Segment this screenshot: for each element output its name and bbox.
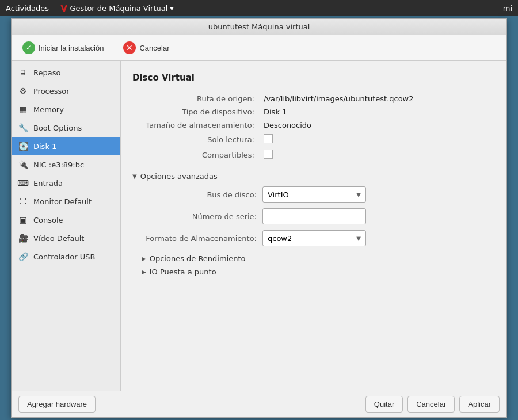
sidebar-item-memory[interactable]: Memory bbox=[12, 100, 120, 119]
sidebar-label-entrada: Entrada bbox=[33, 179, 63, 188]
rendimiento-arrow-icon: ▶ bbox=[142, 255, 146, 262]
sidebar-label-disk1: Disk 1 bbox=[33, 142, 56, 151]
ruta-row: Ruta de origen: /var/lib/libvirt/images/… bbox=[132, 92, 495, 105]
ruta-label: Ruta de origen: bbox=[132, 92, 259, 105]
formato-row: Formato de Almacenamiento: qcow2 ▼ bbox=[142, 230, 495, 246]
processor-icon bbox=[17, 85, 29, 97]
serie-label: Número de serie: bbox=[142, 212, 262, 221]
cancel-icon: ✕ bbox=[123, 41, 136, 54]
window-titlebar: ubuntutest Máquina virtual bbox=[12, 19, 506, 35]
tamano-label: Tamaño de almacenamiento: bbox=[132, 119, 259, 132]
disk-icon bbox=[17, 140, 29, 152]
advanced-arrow-icon: ▼ bbox=[132, 173, 137, 180]
tamano-row: Tamaño de almacenamiento: Desconocido bbox=[132, 119, 495, 132]
advanced-section: ▼ Opciones avanzadas Bus de disco: VirtI… bbox=[132, 170, 495, 278]
app-name-label: Gestor de Máquina Virtual bbox=[70, 4, 167, 13]
solo-row: Solo lectura: bbox=[132, 132, 495, 147]
start-icon: ✓ bbox=[22, 41, 35, 54]
console-icon bbox=[17, 214, 29, 226]
ruta-value: /var/lib/libvirt/images/ubuntutest.qcow2 bbox=[259, 92, 495, 105]
main-window: ubuntutest Máquina virtual ✓ Iniciar la … bbox=[11, 18, 507, 418]
sidebar-label-video: Vídeo Default bbox=[33, 234, 84, 243]
bus-select[interactable]: VirtIO ▼ bbox=[262, 186, 366, 203]
bus-value: VirtIO bbox=[268, 190, 289, 199]
cancel-toolbar-button[interactable]: ✕ Cancelar bbox=[118, 39, 174, 57]
advanced-options-toggle[interactable]: ▼ Opciones avanzadas bbox=[132, 170, 495, 183]
sidebar-item-monitor[interactable]: Monitor Default bbox=[12, 192, 120, 211]
repaso-icon bbox=[17, 67, 29, 78]
entrada-icon bbox=[17, 177, 29, 189]
app-logo-icon: V bbox=[60, 3, 67, 14]
sidebar-label-monitor: Monitor Default bbox=[33, 197, 92, 206]
cancel-button[interactable]: Cancelar bbox=[407, 396, 455, 413]
bus-label: Bus de disco: bbox=[142, 190, 262, 199]
sidebar-label-processor: Processor bbox=[33, 87, 70, 96]
tamano-value: Desconocido bbox=[259, 119, 495, 132]
usb-icon bbox=[17, 251, 29, 262]
app-menu-arrow-icon: ▾ bbox=[170, 4, 174, 13]
sidebar-item-boot-options[interactable]: Boot Options bbox=[12, 119, 120, 137]
memory-icon bbox=[17, 104, 29, 115]
sidebar-label-nic: NIC :e3:89:bc bbox=[33, 161, 84, 169]
serie-row: Número de serie: bbox=[142, 208, 495, 224]
io-label: IO Puesta a punto bbox=[150, 268, 216, 276]
solo-checkbox[interactable] bbox=[264, 134, 273, 143]
quit-button[interactable]: Quitar bbox=[365, 396, 403, 413]
boot-icon bbox=[17, 122, 29, 133]
sidebar-label-usb: Controlador USB bbox=[33, 253, 95, 261]
advanced-content: Bus de disco: VirtIO ▼ Número de serie: bbox=[132, 186, 495, 278]
sidebar: Repaso Processor Memory Boot Options Dis… bbox=[12, 61, 121, 391]
sidebar-item-usb[interactable]: Controlador USB bbox=[12, 247, 120, 266]
content-area: Repaso Processor Memory Boot Options Dis… bbox=[12, 61, 506, 391]
monitor-icon bbox=[17, 196, 29, 207]
sidebar-label-repaso: Repaso bbox=[33, 68, 60, 77]
tipo-row: Tipo de dispositivo: Disk 1 bbox=[132, 105, 495, 119]
sidebar-item-processor[interactable]: Processor bbox=[12, 82, 120, 100]
user-indicator: mi bbox=[503, 4, 512, 13]
rendimiento-toggle[interactable]: ▶ Opciones de Rendimiento bbox=[142, 252, 495, 265]
main-panel: Disco Virtual Ruta de origen: /var/lib/l… bbox=[121, 61, 506, 391]
cancel-toolbar-label: Cancelar bbox=[139, 44, 169, 52]
info-table: Ruta de origen: /var/lib/libvirt/images/… bbox=[132, 92, 495, 163]
topbar: Actividades V Gestor de Máquina Virtual … bbox=[0, 0, 518, 16]
start-install-label: Iniciar la instalación bbox=[39, 44, 104, 52]
section-title: Disco Virtual bbox=[132, 72, 495, 83]
formato-value: qcow2 bbox=[268, 234, 292, 243]
tipo-label: Tipo de dispositivo: bbox=[132, 105, 259, 119]
tipo-value: Disk 1 bbox=[259, 105, 495, 119]
io-arrow-icon: ▶ bbox=[142, 269, 146, 275]
video-icon bbox=[17, 232, 29, 244]
sidebar-item-repaso[interactable]: Repaso bbox=[12, 63, 120, 82]
rendimiento-label: Opciones de Rendimiento bbox=[150, 254, 246, 263]
sidebar-item-nic[interactable]: NIC :e3:89:bc bbox=[12, 155, 120, 174]
bottom-bar: Agregar hardware Quitar Cancelar Aplicar bbox=[12, 391, 506, 417]
toolbar: ✓ Iniciar la instalación ✕ Cancelar bbox=[12, 35, 506, 61]
bottom-right-actions: Quitar Cancelar Aplicar bbox=[365, 396, 500, 413]
bus-row: Bus de disco: VirtIO ▼ bbox=[142, 186, 495, 203]
sidebar-item-disk1[interactable]: Disk 1 bbox=[12, 137, 120, 155]
sidebar-label-memory: Memory bbox=[33, 105, 64, 114]
solo-label: Solo lectura: bbox=[132, 132, 259, 147]
serie-input[interactable] bbox=[262, 208, 366, 224]
start-install-button[interactable]: ✓ Iniciar la instalación bbox=[17, 39, 109, 57]
compartibles-row: Compartibles: bbox=[132, 147, 495, 163]
app-menu[interactable]: V Gestor de Máquina Virtual ▾ bbox=[60, 3, 174, 14]
nic-icon bbox=[17, 159, 29, 170]
sidebar-label-boot: Boot Options bbox=[33, 124, 82, 132]
sidebar-item-console[interactable]: Console bbox=[12, 211, 120, 229]
formato-dropdown-icon: ▼ bbox=[356, 235, 361, 242]
sidebar-item-video[interactable]: Vídeo Default bbox=[12, 229, 120, 247]
compartibles-label: Compartibles: bbox=[132, 147, 259, 163]
bus-control: VirtIO ▼ bbox=[262, 186, 366, 203]
sidebar-item-entrada[interactable]: Entrada bbox=[12, 174, 120, 192]
compartibles-checkbox[interactable] bbox=[264, 150, 273, 159]
activities-button[interactable]: Actividades bbox=[6, 4, 49, 13]
formato-select[interactable]: qcow2 ▼ bbox=[262, 230, 366, 246]
add-hardware-button[interactable]: Agregar hardware bbox=[18, 396, 96, 413]
formato-label: Formato de Almacenamiento: bbox=[142, 234, 262, 243]
apply-button[interactable]: Aplicar bbox=[459, 396, 500, 413]
formato-control: qcow2 ▼ bbox=[262, 230, 366, 246]
advanced-header-label: Opciones avanzadas bbox=[140, 172, 218, 181]
io-toggle[interactable]: ▶ IO Puesta a punto bbox=[142, 265, 495, 278]
sidebar-label-console: Console bbox=[33, 216, 63, 224]
